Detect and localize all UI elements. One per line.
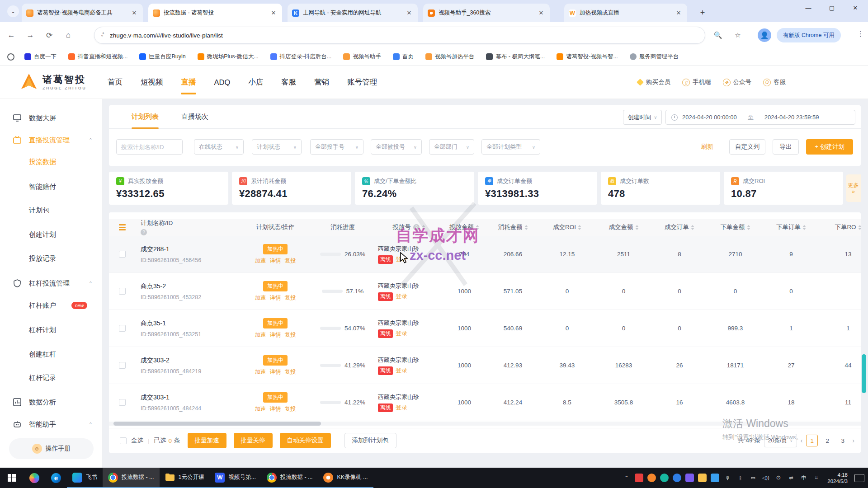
detail-link[interactable]: 详情 bbox=[270, 405, 281, 413]
page-2-button[interactable]: 2 bbox=[821, 435, 833, 446]
tab-live-sessions[interactable]: 直播场次 bbox=[181, 105, 208, 129]
bookmark-item[interactable]: 抖音直播和短视频... bbox=[68, 53, 127, 61]
sidebar-item-create-plan[interactable]: 创建计划 bbox=[0, 225, 103, 244]
taskbar-clock[interactable]: 4:18 2024/5/3 bbox=[827, 472, 848, 484]
browser-tab-4[interactable]: 视频号助手_360搜索 ✕ bbox=[423, 4, 550, 22]
vertical-scrollbar-thumb[interactable] bbox=[862, 354, 866, 393]
sort-icon[interactable] bbox=[524, 225, 528, 230]
tray-app-teal-icon[interactable] bbox=[660, 474, 669, 482]
accelerate-link[interactable]: 加速 bbox=[255, 257, 266, 265]
taskbar-window-flow-data[interactable]: 投流数据 - ... bbox=[103, 468, 160, 488]
buy-membership-link[interactable]: 购买会员 bbox=[637, 78, 670, 86]
sidebar-group-smart-assistant[interactable]: 智能助手⌃ bbox=[0, 415, 103, 433]
taskbar-app-edge[interactable]: e bbox=[45, 468, 67, 488]
accelerate-link[interactable]: 加速 bbox=[255, 294, 266, 302]
bookmark-item[interactable]: 微现场Plus-微信大... bbox=[198, 53, 259, 61]
bookmark-star-icon[interactable]: ☆ bbox=[732, 30, 743, 41]
select-all-label[interactable]: 全选 bbox=[131, 436, 143, 445]
col-deal-amount[interactable]: 成交金额 bbox=[595, 223, 652, 231]
batch-stop-button[interactable]: 批量关停 bbox=[234, 433, 273, 448]
tab-search-icon[interactable]: ⌄ bbox=[7, 5, 19, 17]
customer-service-link[interactable]: Ω客服 bbox=[763, 78, 786, 86]
nav-shop[interactable]: 小店 bbox=[247, 66, 264, 98]
refresh-icon[interactable]: ⟳ bbox=[42, 28, 57, 43]
window-minimize-button[interactable]: — bbox=[797, 0, 819, 15]
battery-icon[interactable]: ▭ bbox=[749, 474, 757, 482]
new-tab-button[interactable]: + bbox=[696, 6, 709, 19]
accelerate-link[interactable]: 加速 bbox=[255, 405, 266, 413]
tray-expand-icon[interactable]: ⌃ bbox=[622, 474, 631, 482]
notification-center-icon[interactable] bbox=[854, 474, 864, 482]
row-checkbox[interactable] bbox=[119, 251, 126, 258]
column-settings-icon[interactable] bbox=[109, 224, 135, 230]
sidebar-item-create-leverage[interactable]: 创建杠杆 bbox=[0, 345, 103, 363]
bookmark-item[interactable]: 诸葛智投-视频号智... bbox=[557, 53, 618, 61]
re-invest-link[interactable]: 复投 bbox=[285, 257, 296, 265]
plan-type-select[interactable]: 全部计划类型∨ bbox=[481, 139, 540, 155]
auto-stop-settings-button[interactable]: 自动关停设置 bbox=[280, 433, 331, 448]
tab-close-icon[interactable]: ✕ bbox=[405, 9, 413, 17]
sort-icon[interactable] bbox=[476, 225, 479, 230]
window-maximize-button[interactable]: ▢ bbox=[821, 0, 843, 15]
sort-icon[interactable] bbox=[635, 225, 639, 230]
re-invest-link[interactable]: 复投 bbox=[285, 294, 296, 302]
tray-app-blue-icon[interactable] bbox=[673, 474, 681, 482]
manual-button[interactable]: ☺操作手册 bbox=[9, 438, 94, 459]
tray-app-orange-icon[interactable] bbox=[647, 474, 656, 482]
col-roi[interactable]: 成交ROI bbox=[539, 223, 595, 231]
prev-page-icon[interactable]: ‹ bbox=[801, 437, 803, 444]
chrome-update-button[interactable]: 有新版 Chrome 可用 bbox=[777, 28, 841, 42]
sidebar-item-leverage-account[interactable]: 杠杆账户new bbox=[0, 296, 103, 314]
tab-close-icon[interactable]: ✕ bbox=[675, 9, 683, 17]
browser-tab-5[interactable]: W 加热视频或直播 ✕ bbox=[564, 4, 687, 22]
customize-columns-button[interactable]: 自定义列 bbox=[729, 139, 765, 155]
re-invest-link[interactable]: 复投 bbox=[285, 405, 296, 413]
row-checkbox[interactable] bbox=[119, 288, 126, 295]
forward-icon[interactable]: → bbox=[23, 28, 38, 43]
bookmark-item[interactable]: 抖店登录-抖店后台... bbox=[270, 53, 332, 61]
page-size-select[interactable]: 20条/页∨ bbox=[764, 434, 797, 447]
next-page-icon[interactable]: › bbox=[852, 437, 854, 444]
detail-link[interactable]: 详情 bbox=[270, 368, 281, 376]
home-icon[interactable]: ⌂ bbox=[61, 28, 76, 43]
row-checkbox[interactable] bbox=[119, 362, 126, 369]
col-plan-name[interactable]: 计划名称/ID? bbox=[135, 219, 241, 235]
department-select[interactable]: 全部部门∨ bbox=[429, 139, 474, 155]
tab-plan-list[interactable]: 计划列表 bbox=[132, 105, 159, 129]
sidebar-group-live-stream[interactable]: 直播投流管理⌃ bbox=[0, 131, 103, 149]
chevron-up-icon[interactable]: ⌃ bbox=[89, 281, 93, 286]
bluetooth-icon[interactable]: ᛒ bbox=[736, 474, 745, 482]
browser-menu-icon[interactable]: ⋮ bbox=[857, 30, 864, 38]
plan-status-select[interactable]: 计划状态∨ bbox=[252, 139, 302, 155]
nav-marketing[interactable]: 营销 bbox=[313, 66, 330, 98]
sidebar-group-leverage[interactable]: 杠杆投流管理⌃ bbox=[0, 274, 103, 292]
sidebar-item-delivery-record[interactable]: 投放记录 bbox=[0, 249, 103, 267]
tab-close-icon[interactable]: ✕ bbox=[537, 9, 545, 17]
taskbar-app-360[interactable] bbox=[24, 468, 45, 488]
mobile-link[interactable]: ▯手机端 bbox=[682, 78, 711, 86]
accelerate-link[interactable]: 加速 bbox=[255, 331, 266, 339]
browser-tab-2-active[interactable]: 投流数据 - 诸葛智投 ✕ bbox=[148, 4, 282, 22]
more-stats-button[interactable]: 更多» bbox=[846, 174, 861, 202]
search-icon[interactable]: 🔍 bbox=[712, 30, 723, 41]
col-deal-orders[interactable]: 成交订单 bbox=[652, 223, 707, 231]
taskbar-window-wps-doc[interactable]: W视频号第... bbox=[209, 468, 261, 488]
microphone-icon[interactable]: 🎙 bbox=[723, 474, 732, 482]
tray-app-purple-icon[interactable] bbox=[685, 474, 694, 482]
bookmark-item[interactable]: 视频号加热平台 bbox=[425, 53, 475, 61]
pitcher-account-select[interactable]: 全部投手号∨ bbox=[310, 139, 363, 155]
col-order-count[interactable]: 下单订单 bbox=[764, 223, 819, 231]
profile-avatar[interactable]: 👤 bbox=[758, 28, 771, 42]
sidebar-item-data-screen[interactable]: 数据大屏 bbox=[0, 109, 103, 127]
add-to-package-button[interactable]: 添加到计划包 bbox=[344, 433, 396, 448]
plan-search-input[interactable] bbox=[116, 139, 183, 155]
taskbar-window-flow-data-2[interactable]: 投流数据 - ... bbox=[261, 468, 318, 488]
col-spend[interactable]: 投放金额 bbox=[442, 223, 487, 231]
sidebar-item-flow-data[interactable]: 投流数据 bbox=[0, 153, 103, 171]
create-plan-button[interactable]: + 创建计划 bbox=[806, 139, 853, 155]
tab-close-icon[interactable]: ✕ bbox=[269, 9, 278, 17]
page-1-button[interactable]: 1 bbox=[806, 435, 818, 446]
bookmark-item[interactable]: 巨量百应Buyin bbox=[139, 53, 185, 61]
nav-home[interactable]: 首页 bbox=[107, 66, 123, 98]
nav-service[interactable]: 客服 bbox=[280, 66, 297, 98]
